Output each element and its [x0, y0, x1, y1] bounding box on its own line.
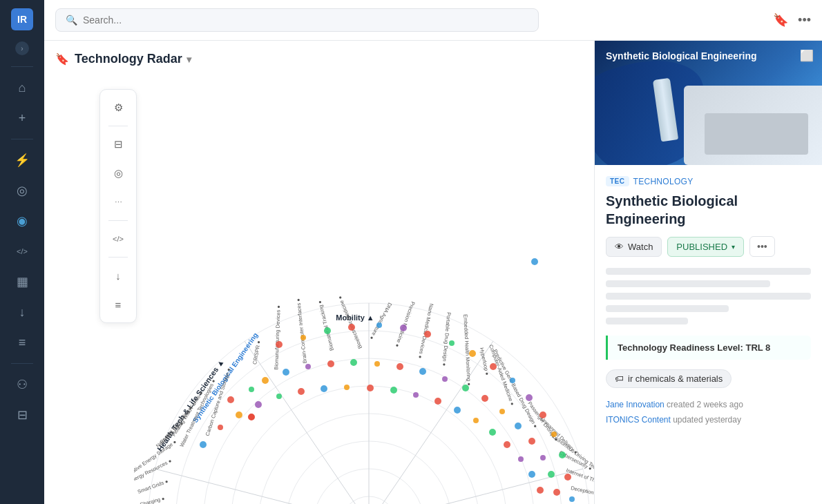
svg-point-82 [344, 385, 350, 390]
card-meta: Jane Innovation created 2 weeks ago ITON… [606, 398, 811, 427]
tool-location[interactable]: ◎ [106, 161, 131, 186]
svg-point-50 [526, 394, 533, 401]
sidebar: IR › ⌂ + ⚡ ◎ ◉ </> ▦ ↓ ≡ ⚇ ⊟ [0, 0, 44, 504]
svg-point-89 [489, 429, 496, 436]
sidebar-divider-2 [11, 363, 33, 364]
svg-point-60 [305, 364, 311, 369]
sidebar-item-analytics[interactable]: ▦ [8, 268, 36, 295]
svg-point-55 [569, 496, 575, 502]
sidebar-item-home[interactable]: ⌂ [8, 74, 36, 101]
main-content: 🔍 🔖 ••• 🔖 Technology Radar ▾ ⚙ ⊟ ◎ [44, 0, 822, 504]
created-info: Jane Innovation created 2 weeks ago [606, 398, 811, 413]
more-button[interactable]: ••• [749, 236, 775, 257]
svg-text:Embedded Health Monitoring ●: Embedded Health Monitoring ● [462, 314, 472, 386]
svg-point-44 [400, 324, 407, 331]
radar-bookmark-icon: 🔖 [55, 52, 69, 66]
svg-point-86 [434, 398, 441, 405]
sidebar-item-list[interactable]: ≡ [8, 329, 36, 356]
sidebar-item-explore[interactable]: ◎ [8, 177, 36, 204]
tool-divider-1 [108, 126, 128, 126]
svg-point-79 [276, 394, 282, 399]
card-image-icon: ⬜ [800, 49, 814, 62]
sidebar-item-code[interactable]: </> [8, 238, 36, 265]
tool-list[interactable]: ≡ [106, 292, 131, 317]
svg-point-57 [249, 387, 254, 392]
tool-settings[interactable]: ⚙ [106, 95, 131, 120]
status-dropdown-icon: ▾ [732, 243, 735, 251]
svg-point-43 [376, 322, 382, 328]
trl-section: Technology Readiness Level: TRL 8 [606, 336, 811, 360]
svg-text:Predictive Gene-Based Drug Des: Predictive Gene-Based Drug Design ● [492, 348, 539, 429]
svg-point-75 [200, 441, 207, 448]
svg-point-40 [300, 335, 306, 340]
svg-point-51 [539, 411, 546, 418]
svg-point-88 [473, 418, 479, 423]
eye-icon: 👁 [615, 242, 624, 252]
tool-connection[interactable]: ⋯ [106, 190, 131, 215]
radar-container: Mobility ▲ Health Tech & Life Sciences ▲… [134, 82, 594, 504]
tool-download[interactable]: ↓ [106, 263, 131, 288]
svg-point-84 [390, 387, 397, 394]
card-image-title: Synthetic Biological Engineering [606, 50, 797, 61]
svg-text:Smart Grids ●: Smart Grids ● [137, 478, 169, 494]
svg-text:Precision Medicine ●: Precision Medicine ● [394, 301, 416, 348]
more-options-button[interactable]: ••• [798, 13, 811, 28]
svg-point-74 [553, 489, 560, 496]
category-label: TECHNOLOGY [633, 177, 694, 186]
search-icon: 🔍 [66, 14, 77, 26]
svg-point-70 [515, 423, 522, 429]
sidebar-item-radar[interactable]: ◉ [8, 207, 36, 235]
svg-point-46 [449, 340, 455, 346]
svg-point-91 [518, 456, 524, 462]
svg-text:Biomanufacturing Devices ●: Biomanufacturing Devices ● [273, 305, 281, 370]
topbar-actions: 🔖 ••• [773, 12, 811, 28]
skeleton-line-2 [606, 280, 770, 287]
detail-panel: Synthetic Biological Engineering ⬜ TEC T… [594, 41, 822, 504]
bookmark-button[interactable]: 🔖 [773, 12, 788, 28]
sidebar-collapse-btn[interactable]: › [15, 41, 29, 55]
status-button[interactable]: PUBLISHED ▾ [667, 237, 744, 257]
svg-point-56 [227, 396, 234, 403]
tool-layers[interactable]: ⊟ [106, 132, 131, 157]
svg-point-47 [469, 350, 476, 357]
tool-divider-3 [108, 257, 128, 258]
sidebar-divider-1 [11, 139, 33, 139]
page-area: 🔖 Technology Radar ▾ ⚙ ⊟ ◎ ⋯ </> ↓ ≡ [44, 41, 822, 504]
sidebar-item-people[interactable]: ⚇ [8, 371, 36, 398]
tool-code[interactable]: </> [106, 226, 131, 251]
svg-point-76 [218, 425, 223, 430]
sidebar-item-add[interactable]: + [8, 104, 36, 132]
svg-point-92 [528, 471, 535, 478]
sidebar-item-download[interactable]: ↓ [8, 298, 36, 326]
updated-info: ITONICS Content updated yesterday [606, 413, 811, 428]
svg-text:Portable Drug Design ●: Portable Drug Design ● [441, 312, 452, 367]
watch-button[interactable]: 👁 Watch [606, 237, 662, 257]
category-tag-item[interactable]: 🏷 ir chemicals & materials [606, 369, 732, 388]
svg-point-45 [424, 331, 431, 338]
svg-point-48 [490, 363, 497, 370]
card-image: Synthetic Biological Engineering ⬜ [595, 41, 822, 165]
search-box[interactable]: 🔍 [55, 8, 539, 32]
sidebar-item-layers[interactable]: ⊟ [8, 401, 36, 429]
radar-header: 🔖 Technology Radar ▾ [55, 52, 583, 66]
tool-divider-2 [108, 220, 128, 221]
radar-title[interactable]: Technology Radar ▾ [75, 52, 191, 66]
skeleton-line-4 [606, 305, 729, 312]
svg-text:Mobility ▲: Mobility ▲ [336, 313, 374, 322]
radar-arcs: Mobility ▲ Health Tech & Life Sciences ▲… [134, 258, 594, 504]
svg-point-59 [283, 369, 289, 376]
equipment-detail [705, 113, 808, 155]
skeleton-line-5 [606, 318, 688, 324]
search-input[interactable] [83, 14, 528, 26]
skeleton-content [606, 268, 811, 324]
svg-point-68 [481, 395, 488, 402]
svg-point-78 [255, 401, 262, 408]
svg-point-39 [276, 341, 283, 348]
svg-point-94 [247, 413, 256, 421]
svg-point-77 [236, 411, 242, 418]
svg-point-53 [559, 452, 566, 458]
sidebar-item-alerts[interactable]: ⚡ [8, 146, 36, 174]
svg-point-62 [350, 359, 357, 366]
svg-point-72 [540, 455, 546, 461]
svg-point-73 [548, 471, 555, 478]
